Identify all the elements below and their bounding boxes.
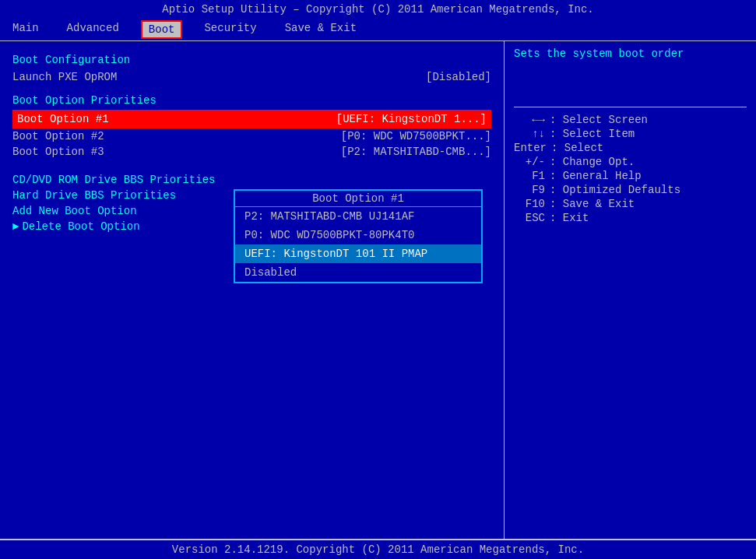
key-row-esc: ESC : Exit xyxy=(514,212,747,224)
bottom-bar: Version 2.14.1219. Copyright (C) 2011 Am… xyxy=(0,540,756,559)
key-desc-f1: : General Help xyxy=(550,170,642,182)
key-row-f1: F1 : General Help xyxy=(514,170,747,182)
boot-priorities-title: Boot Option Priorities xyxy=(12,94,491,107)
bios-screen: Aptio Setup Utility – Copyright (C) 2011… xyxy=(0,0,756,559)
key-desc-esc: : Exit xyxy=(550,212,589,224)
key-desc-f10: : Save & Exit xyxy=(550,198,635,210)
bottom-text: Version 2.14.1219. Copyright (C) 2011 Am… xyxy=(172,543,584,556)
boot-config-title: Boot Configuration xyxy=(12,54,491,66)
key-row-1: ↑↓ : Select Item xyxy=(514,128,747,140)
right-divider xyxy=(514,107,747,107)
title-bar: Aptio Setup Utility – Copyright (C) 2011… xyxy=(0,0,756,19)
help-text: Sets the system boot order xyxy=(514,47,747,60)
key-label-0: ←→ xyxy=(514,114,545,126)
menu-save-exit[interactable]: Save & Exit xyxy=(279,20,363,39)
key-row-f9: F9 : Optimized Defaults xyxy=(514,184,747,196)
boot-option-3-value: [P2: MATSHITABD-CMB...] xyxy=(341,146,491,158)
menu-security[interactable]: Security xyxy=(198,20,262,39)
arrow-icon: ► xyxy=(12,220,19,233)
key-desc-1: : Select Item xyxy=(550,128,635,140)
left-panel: Boot Configuration Launch PXE OpROM [Dis… xyxy=(0,41,505,539)
popup-item-2[interactable]: UEFI: KingstonDT 101 II PMAP xyxy=(235,244,481,263)
menu-main[interactable]: Main xyxy=(6,20,45,39)
key-desc-plusminus: : Change Opt. xyxy=(550,156,635,168)
key-label-f9: F9 xyxy=(514,184,545,196)
key-row-0: ←→ : Select Screen xyxy=(514,114,747,126)
key-desc-f9: : Optimized Defaults xyxy=(550,184,680,196)
menu-advanced[interactable]: Advanced xyxy=(61,20,125,39)
launch-pxe-value: [Disabled] xyxy=(426,71,491,83)
boot-option-2-row[interactable]: Boot Option #2 [P0: WDC WD7500BPKT...] xyxy=(12,128,491,144)
launch-pxe-row[interactable]: Launch PXE OpROM [Disabled] xyxy=(12,69,491,85)
key-desc-0: : Select Screen xyxy=(550,114,648,126)
boot-option-2-value: [P0: WDC WD7500BPKT...] xyxy=(341,130,491,142)
boot-option-1-label: Boot Option #1 xyxy=(17,113,109,125)
popup-title: Boot Option #1 xyxy=(235,191,481,207)
key-help-section: ←→ : Select Screen ↑↓ : Select Item Ente… xyxy=(514,114,747,224)
key-row-enter: Enter : Select xyxy=(514,142,747,154)
boot-option-1-row[interactable]: Boot Option #1 [UEFI: KingstonDT 1...] xyxy=(12,110,491,128)
popup-item-1[interactable]: P0: WDC WD7500BPKT-80PK4T0 xyxy=(235,226,481,244)
key-row-plusminus: +/- : Change Opt. xyxy=(514,156,747,168)
key-desc-enter: : Select xyxy=(551,142,603,154)
key-label-enter: Enter xyxy=(514,142,547,154)
main-content: Boot Configuration Launch PXE OpROM [Dis… xyxy=(0,41,756,539)
boot-priorities-section: Boot Option Priorities Boot Option #1 [U… xyxy=(12,94,491,160)
cddvd-priorities-link[interactable]: CD/DVD ROM Drive BBS Priorities xyxy=(12,172,491,188)
boot-option-dropdown: Boot Option #1 P2: MATSHITABD-CMB UJ141A… xyxy=(234,189,483,283)
boot-option-3-label: Boot Option #3 xyxy=(12,146,104,158)
key-label-esc: ESC xyxy=(514,212,545,224)
popup-item-0[interactable]: P2: MATSHITABD-CMB UJ141AF xyxy=(235,207,481,226)
menu-bar: Main Advanced Boot Security Save & Exit xyxy=(0,19,756,40)
delete-boot-option-label: Delete Boot Option xyxy=(22,220,139,233)
key-label-1: ↑↓ xyxy=(514,128,545,140)
key-label-f1: F1 xyxy=(514,170,545,182)
popup-item-3[interactable]: Disabled xyxy=(235,263,481,282)
launch-pxe-label: Launch PXE OpROM xyxy=(12,71,117,83)
boot-option-1-value: [UEFI: KingstonDT 1...] xyxy=(336,113,487,125)
key-row-f10: F10 : Save & Exit xyxy=(514,198,747,210)
right-panel: Sets the system boot order ←→ : Select S… xyxy=(505,41,756,539)
title-text: Aptio Setup Utility – Copyright (C) 2011… xyxy=(162,3,594,16)
menu-boot[interactable]: Boot xyxy=(141,20,183,39)
key-label-f10: F10 xyxy=(514,198,545,210)
boot-option-2-label: Boot Option #2 xyxy=(12,130,104,142)
boot-option-3-row[interactable]: Boot Option #3 [P2: MATSHITABD-CMB...] xyxy=(12,144,491,160)
key-label-plusminus: +/- xyxy=(514,156,545,168)
